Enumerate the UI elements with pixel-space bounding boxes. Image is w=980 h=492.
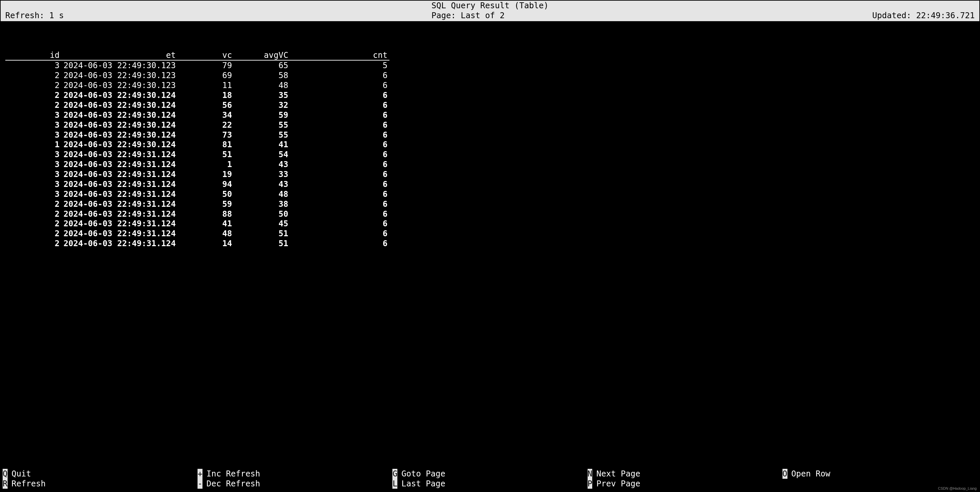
cell: 2024-06-03 22:49:31.124 [62, 239, 178, 248]
cell: 2024-06-03 22:49:30.123 [62, 70, 178, 80]
cell: 69 [178, 70, 234, 80]
cell: 51 [234, 229, 290, 239]
table-row[interactable]: 32024-06-03 22:49:30.12473556 [5, 130, 390, 140]
table-row[interactable]: 32024-06-03 22:49:30.12379655 [5, 60, 390, 70]
shortcut-label: Goto Page [401, 469, 445, 479]
cell: 2024-06-03 22:49:30.123 [62, 60, 178, 70]
shortcut-label: Inc Refresh [207, 469, 260, 479]
shortcut-refresh[interactable]: RRefresh [3, 479, 197, 489]
table-row[interactable]: 22024-06-03 22:49:30.12369586 [5, 70, 390, 80]
result-table-wrap: idetvcavgVCcnt 32024-06-03 22:49:30.1237… [1, 21, 979, 258]
cell: 2 [5, 229, 62, 239]
table-row[interactable]: 22024-06-03 22:49:31.12459386 [5, 199, 390, 209]
cell: 6 [290, 239, 390, 248]
cell: 88 [178, 209, 234, 219]
table-row[interactable]: 22024-06-03 22:49:30.12418356 [5, 90, 390, 100]
cell: 1 [5, 140, 62, 150]
cell: 2024-06-03 22:49:30.124 [62, 90, 178, 100]
watermark: CSDN @Hadoop_Liang [938, 486, 977, 491]
cell: 3 [5, 60, 62, 70]
table-row[interactable]: 12024-06-03 22:49:30.12481416 [5, 140, 390, 150]
table-row[interactable]: 32024-06-03 22:49:30.12434596 [5, 110, 390, 120]
cell: 6 [290, 169, 390, 179]
table-row[interactable]: 22024-06-03 22:49:31.12488506 [5, 209, 390, 219]
table-row[interactable]: 32024-06-03 22:49:31.12494436 [5, 179, 390, 189]
cell: 6 [290, 219, 390, 229]
table-row[interactable]: 22024-06-03 22:49:30.12311486 [5, 80, 390, 90]
cell: 2024-06-03 22:49:30.124 [62, 100, 178, 110]
cell: 2 [5, 70, 62, 80]
table-row[interactable]: 32024-06-03 22:49:31.1241436 [5, 159, 390, 169]
cell: 6 [290, 140, 390, 150]
cell: 59 [178, 199, 234, 209]
cell: 41 [234, 140, 290, 150]
cell: 3 [5, 159, 62, 169]
shortcut-key: G [392, 469, 397, 479]
shortcut-goto-page[interactable]: GGoto Page [392, 469, 587, 479]
cell: 3 [5, 169, 62, 179]
cell: 2024-06-03 22:49:30.123 [62, 80, 178, 90]
cell: 6 [290, 189, 390, 199]
shortcut-label: Dec Refresh [207, 479, 260, 489]
shortcut-label: Prev Page [596, 479, 640, 489]
cell: 50 [178, 189, 234, 199]
shortcut-label: Last Page [401, 479, 445, 489]
cell: 22 [178, 120, 234, 130]
cell: 5 [290, 60, 390, 70]
table-row[interactable]: 32024-06-03 22:49:31.12419336 [5, 169, 390, 179]
shortcut-quit[interactable]: QQuit [3, 469, 197, 479]
cell: 2024-06-03 22:49:31.124 [62, 150, 178, 159]
shortcut-prev-page[interactable]: PPrev Page [588, 479, 783, 489]
shortcut-last-page[interactable]: LLast Page [392, 479, 587, 489]
column-header-avgVC: avgVC [234, 50, 290, 61]
shortcut-dec-refresh[interactable]: -Dec Refresh [197, 479, 392, 489]
shortcut-next-page[interactable]: NNext Page [588, 469, 783, 479]
table-row[interactable]: 32024-06-03 22:49:31.12450486 [5, 189, 390, 199]
cell: 34 [178, 110, 234, 120]
cell: 2 [5, 239, 62, 248]
cell: 3 [5, 130, 62, 140]
column-header-vc: vc [178, 50, 234, 61]
cell: 6 [290, 199, 390, 209]
cell: 43 [234, 159, 290, 169]
cell: 2024-06-03 22:49:30.124 [62, 140, 178, 150]
table-row[interactable]: 32024-06-03 22:49:31.12451546 [5, 150, 390, 159]
cell: 6 [290, 209, 390, 219]
cell: 3 [5, 179, 62, 189]
shortcut-group: NNext PagePPrev Page [588, 469, 783, 489]
cell: 2 [5, 219, 62, 229]
table-row[interactable]: 22024-06-03 22:49:31.12441456 [5, 219, 390, 229]
cell: 2024-06-03 22:49:31.124 [62, 159, 178, 169]
cell: 33 [234, 169, 290, 179]
cell: 6 [290, 120, 390, 130]
cell: 2 [5, 100, 62, 110]
cell: 41 [178, 219, 234, 229]
cell: 3 [5, 110, 62, 120]
cell: 43 [234, 179, 290, 189]
cell: 2 [5, 80, 62, 90]
table-row[interactable]: 32024-06-03 22:49:30.12422556 [5, 120, 390, 130]
cell: 11 [178, 80, 234, 90]
cell: 2024-06-03 22:49:30.124 [62, 130, 178, 140]
cell: 6 [290, 110, 390, 120]
shortcut-label: Open Row [791, 469, 830, 479]
cell: 65 [234, 60, 290, 70]
page-title: SQL Query Result (Table) [5, 1, 975, 11]
table-row[interactable]: 22024-06-03 22:49:31.12414516 [5, 239, 390, 248]
cell: 59 [234, 110, 290, 120]
cell: 6 [290, 159, 390, 169]
table-row[interactable]: 22024-06-03 22:49:31.12448516 [5, 229, 390, 239]
cell: 2024-06-03 22:49:31.124 [62, 169, 178, 179]
shortcut-group: GGoto PageLLast Page [392, 469, 587, 489]
cell: 81 [178, 140, 234, 150]
cell: 6 [290, 179, 390, 189]
header-bar: SQL Query Result (Table) Refresh: 1 s Pa… [1, 1, 979, 21]
footer-shortcuts: QQuitRRefresh+Inc Refresh-Dec RefreshGGo… [1, 469, 979, 489]
shortcut-open-row[interactable]: OOpen Row [783, 469, 977, 479]
cell: 3 [5, 189, 62, 199]
cell: 14 [178, 239, 234, 248]
table-row[interactable]: 22024-06-03 22:49:30.12456326 [5, 100, 390, 110]
cell: 48 [234, 189, 290, 199]
shortcut-inc-refresh[interactable]: +Inc Refresh [197, 469, 392, 479]
shortcut-key: P [588, 479, 593, 489]
